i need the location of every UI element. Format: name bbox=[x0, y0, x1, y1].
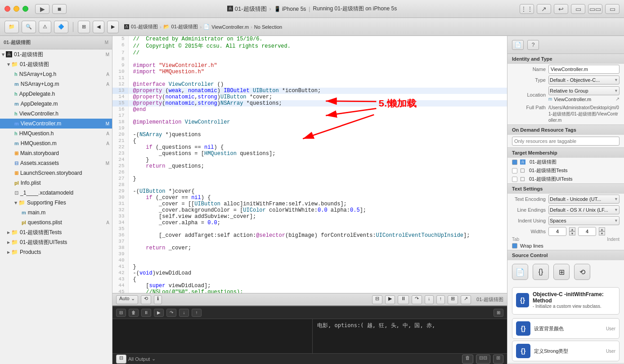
debug-clear-btn[interactable]: 🗑 bbox=[129, 309, 139, 317]
bc-file[interactable]: ViewController.m bbox=[211, 24, 249, 30]
sidebar-item-root[interactable]: ▶ 🅰 01-超级猜图 M bbox=[0, 49, 112, 59]
sc-file-icon[interactable]: 📄 bbox=[512, 264, 528, 280]
user-snippet-2[interactable]: {} 定义Strong类型 User bbox=[512, 341, 620, 361]
target-checkbox-0[interactable] bbox=[512, 160, 517, 165]
debug-split-btn[interactable]: ⊞ bbox=[494, 309, 503, 317]
bc-folder[interactable]: 01-超级猜图 bbox=[171, 23, 198, 30]
debug-console[interactable]: 电影, options:( 越, 狂, 头, 中, 国, 赤, bbox=[313, 319, 507, 332]
sidebar-item-infoplist[interactable]: pl Info.plist bbox=[0, 178, 112, 188]
user-snippet-1[interactable]: {} 设置背景颜色 User bbox=[512, 318, 620, 339]
sidebar-item-tests[interactable]: ▶ 📁 01-超级猜图Tests bbox=[0, 227, 112, 237]
bc-project[interactable]: 01-超级猜图 bbox=[131, 23, 158, 30]
navigator-icon[interactable]: 📁 bbox=[4, 21, 19, 33]
debug-continue-btn[interactable]: ▶ bbox=[154, 309, 164, 317]
grid-view-btn[interactable]: ⊞ bbox=[78, 21, 90, 33]
split-view-btn[interactable]: ⊟⊟ bbox=[476, 355, 490, 364]
layout-icon[interactable]: ⋮⋮ bbox=[520, 4, 534, 14]
callers-btn[interactable]: ⟲ bbox=[141, 295, 151, 304]
inspector-toggle[interactable]: ▭ bbox=[605, 4, 620, 14]
stop-button[interactable]: ■ bbox=[52, 4, 67, 14]
pause-btn[interactable]: ⏸ bbox=[398, 295, 409, 304]
chevron-down-icon: ▼ bbox=[614, 197, 618, 201]
panel-toggle[interactable]: ▭ bbox=[571, 4, 585, 14]
scope-btn[interactable]: Auto ⌄ bbox=[116, 295, 138, 304]
location-select[interactable]: Relative to Group ▼ bbox=[548, 86, 620, 95]
close-button[interactable] bbox=[4, 6, 10, 12]
tab-down-btn[interactable]: ▼ bbox=[569, 231, 575, 235]
sidebar-item-viewcontrollerh[interactable]: h ViewController.h bbox=[0, 109, 112, 119]
sidebar-item-products[interactable]: ▶ 📁 Products bbox=[0, 247, 112, 257]
stepin-btn[interactable]: ↓ bbox=[425, 295, 434, 304]
console-filter-btn[interactable]: ⊟ bbox=[116, 355, 126, 364]
sidebar-item-mainstoryboard[interactable]: ⊞ Main.storyboard bbox=[0, 148, 112, 158]
sidebar-item-uitests[interactable]: ▶ 📁 01-超级猜图UITests bbox=[0, 237, 112, 247]
sidebar-item-hmquestionm[interactable]: m HMQuestion.m A bbox=[0, 138, 112, 148]
code-line-42: 42 -(void)viewDidLoad bbox=[112, 270, 507, 276]
wrap-checkbox[interactable] bbox=[512, 243, 517, 249]
editor-code[interactable]: 5 // Created by Administrator on 15/10/6… bbox=[112, 36, 507, 293]
sidebar-item-group[interactable]: ▶ 📁 01-超级猜图 bbox=[0, 59, 112, 69]
sidebar-content[interactable]: ▶ 🅰 01-超级猜图 M ▶ 📁 01-超级猜图 h NSArray+Log.… bbox=[0, 49, 112, 364]
sidebar-item-nsarraylogm[interactable]: m NSArray+Log.m A bbox=[0, 79, 112, 89]
indent-select[interactable]: Spaces ▼ bbox=[548, 216, 620, 225]
sidebar-item-questionsplist[interactable]: pl questions.plist A bbox=[0, 218, 112, 227]
info-btn[interactable]: ℹ bbox=[154, 295, 162, 304]
trash-btn[interactable]: 🗑 bbox=[462, 355, 473, 364]
sc-code-icon[interactable]: {} bbox=[533, 264, 549, 280]
expand-btn[interactable]: ⊞ bbox=[493, 355, 503, 364]
share-icon[interactable]: ↗ bbox=[537, 4, 551, 14]
sc-diff-icon[interactable]: ⊞ bbox=[553, 264, 570, 280]
stepover-btn[interactable]: ↷ bbox=[412, 295, 422, 304]
debug-controls-btn[interactable]: ⊟ bbox=[372, 295, 382, 304]
debug-stepout-btn2[interactable]: ↑ bbox=[192, 309, 202, 317]
sidebar-item-launchstoryboard[interactable]: ⊞ LaunchScreen.storyboard bbox=[0, 168, 112, 178]
target-checkbox-1[interactable] bbox=[512, 168, 517, 173]
sidebar-item-supporting[interactable]: ▶ 📁 Supporting Files bbox=[0, 198, 112, 208]
sidebar-item-nsarraylogh[interactable]: h NSArray+Log.h A bbox=[0, 69, 112, 79]
breakpoint-icon-btn[interactable]: 🔷 bbox=[54, 21, 68, 33]
tab-width-input[interactable] bbox=[548, 227, 566, 236]
run-button[interactable]: ▶ bbox=[35, 4, 49, 14]
run-btn2[interactable]: ▶ bbox=[385, 295, 395, 304]
bc-selection[interactable]: No Selection bbox=[254, 24, 282, 30]
tab-up-btn[interactable]: ▲ bbox=[569, 227, 575, 231]
on-demand-input[interactable] bbox=[512, 137, 620, 146]
name-input[interactable]: ViewController.m bbox=[548, 65, 620, 74]
sidebar-item-mainm[interactable]: m main.m bbox=[0, 208, 112, 218]
sidebar-item-assets[interactable]: ⊟ Assets.xcassets M bbox=[0, 158, 112, 168]
chevron-down-icon: ▼ bbox=[614, 218, 618, 223]
warning-icon-btn[interactable]: ⚠ bbox=[39, 21, 51, 33]
minimize-button[interactable] bbox=[13, 6, 19, 12]
indent-up-btn[interactable]: ▲ bbox=[599, 227, 605, 231]
type-select[interactable]: Default - Objective-C... ▼ bbox=[548, 75, 620, 84]
view-btn[interactable]: ⊞ bbox=[448, 295, 458, 304]
sidebar-item-appdelegateh[interactable]: h AppDelegate.h bbox=[0, 89, 112, 99]
sidebar-item-hmquestionh[interactable]: h HMQuestion.h A bbox=[0, 129, 112, 138]
nav-forward-btn[interactable]: ▶ bbox=[107, 21, 119, 33]
file-inspector-icon[interactable]: 📄 bbox=[512, 40, 524, 50]
back-icon[interactable]: ↩ bbox=[554, 4, 568, 14]
sc-history-icon[interactable]: ⟲ bbox=[574, 264, 590, 280]
debug-stepover-btn2[interactable]: ↷ bbox=[166, 309, 176, 317]
encoding-select[interactable]: Default - Unicode (UT... ▼ bbox=[548, 195, 620, 204]
sidebar-item-appdelegatem[interactable]: m AppDelegate.m bbox=[0, 99, 112, 109]
sim-btn[interactable]: ↗ bbox=[461, 295, 471, 304]
endings-select[interactable]: Default - OS X / Unix (LF... ▼ bbox=[548, 205, 620, 214]
split-view[interactable]: ▭▭ bbox=[588, 4, 602, 14]
sidebar-item-datamodel[interactable]: ⊡ _1____.xcdatamodeld bbox=[0, 188, 112, 198]
debug-collapse-btn[interactable]: ⊟ bbox=[116, 309, 126, 317]
quick-help-icon[interactable]: ? bbox=[527, 40, 539, 50]
search-icon-btn[interactable]: 🔍 bbox=[22, 21, 36, 33]
stepout-btn[interactable]: ↑ bbox=[436, 295, 445, 304]
debug-stepin-btn2[interactable]: ↓ bbox=[179, 309, 189, 317]
debug-break-btn[interactable]: ⏸ bbox=[141, 309, 151, 317]
nav-back-btn[interactable]: ◀ bbox=[93, 21, 104, 33]
indent-stepper[interactable]: ▲ ▼ bbox=[599, 227, 605, 235]
sidebar-item-viewcontrollerm[interactable]: m ViewController.m M bbox=[0, 119, 112, 129]
indent-width-input[interactable] bbox=[578, 227, 596, 236]
tab-label: Tab bbox=[512, 237, 519, 242]
maximize-button[interactable] bbox=[22, 6, 28, 12]
tab-stepper[interactable]: ▲ ▼ bbox=[569, 227, 575, 235]
target-checkbox-2[interactable] bbox=[512, 177, 517, 182]
indent-down-btn[interactable]: ▼ bbox=[599, 231, 605, 235]
